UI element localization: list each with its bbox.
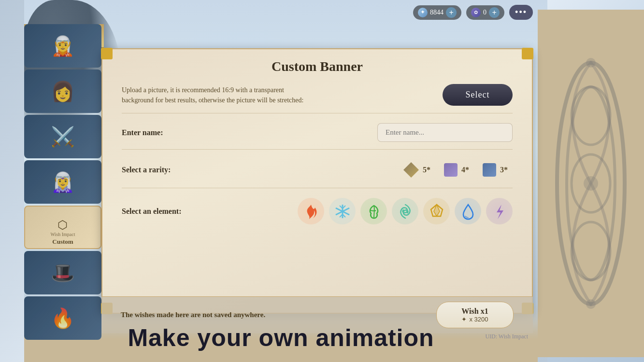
- rarity-options-group: 5* 4* 3*: [399, 159, 513, 181]
- custom-sublabel: Wish Impact: [51, 232, 75, 237]
- element-options-group: [298, 198, 513, 224]
- corner-decoration-tl: [101, 48, 113, 59]
- character-4-preview: 🧝‍♀️: [24, 160, 101, 204]
- rarity-3star-label: 3*: [500, 166, 508, 174]
- add-primogems-button[interactable]: +: [446, 7, 457, 18]
- name-input[interactable]: [377, 123, 513, 142]
- geo-icon: [428, 203, 445, 220]
- svg-point-7: [586, 299, 596, 309]
- custom-icon: ⬡: [51, 218, 75, 232]
- bottom-tagline: Make your own animation: [24, 314, 538, 362]
- rarity-option-5star[interactable]: 5*: [399, 159, 435, 181]
- element-anemo-button[interactable]: [392, 198, 418, 224]
- rarity-option-4star[interactable]: 4*: [439, 160, 474, 180]
- sidebar-item-character-1[interactable]: 🧝: [24, 24, 101, 68]
- character-sidebar: ★ 🧝 👩 ⚔️ 🧝‍♀️ ⬡ Custom Wish Impact: [24, 24, 104, 340]
- anemo-icon: [397, 203, 414, 220]
- element-section: Select an element:: [122, 198, 513, 224]
- primogem-currency-badge: ✦ 8844 +: [413, 5, 461, 20]
- custom-preview: ⬡ Custom Wish Impact: [25, 207, 100, 248]
- character-1-preview: 🧝: [24, 24, 101, 68]
- rarity-label: Select a rarity:: [122, 166, 171, 174]
- primogem-amount: 8844: [430, 9, 444, 16]
- element-geo-button[interactable]: [423, 198, 450, 224]
- select-image-button[interactable]: Select: [443, 84, 513, 106]
- dialog-title: Custom Banner: [122, 59, 513, 74]
- more-menu-button[interactable]: •••: [509, 5, 533, 20]
- intertwined-currency-badge: ✿ 0 +: [466, 5, 504, 20]
- character-1-silhouette: 🧝: [51, 35, 75, 57]
- element-cryo-button[interactable]: [329, 198, 356, 224]
- element-electro-button[interactable]: [486, 198, 513, 224]
- character-6-silhouette: 🎩: [51, 262, 75, 284]
- character-3-preview: ⚔️: [24, 115, 101, 158]
- sidebar-item-character-4[interactable]: 🧝‍♀️: [24, 160, 101, 204]
- primogem-icon: ✦: [418, 8, 428, 17]
- sidebar-item-character-6[interactable]: 🎩: [24, 251, 101, 294]
- rarity-3star-gem-icon: [483, 163, 496, 177]
- right-decoration-panel: [538, 10, 644, 357]
- svg-point-6: [586, 58, 596, 68]
- add-intertwined-button[interactable]: +: [489, 7, 500, 18]
- svg-point-4: [572, 222, 610, 280]
- element-pyro-button[interactable]: [298, 198, 324, 224]
- svg-point-2: [572, 87, 610, 145]
- corner-decoration-tr: [522, 48, 533, 59]
- rarity-5star-label: 5*: [423, 166, 430, 174]
- rarity-4star-gem-icon: [444, 163, 458, 177]
- sidebar-item-character-3[interactable]: ⚔️: [24, 115, 101, 158]
- pyro-icon: [302, 203, 320, 220]
- top-bar: ✦ 8844 + ✿ 0 + •••: [413, 5, 533, 20]
- svg-point-5: [584, 176, 598, 191]
- dendro-icon: [365, 203, 383, 220]
- character-3-silhouette: ⚔️: [51, 125, 75, 148]
- upload-description: Upload a picture, it is recommended 16:9…: [122, 85, 315, 105]
- intertwined-icon: ✿: [471, 8, 481, 17]
- custom-label: Custom: [25, 238, 100, 246]
- character-2-preview: 👩: [24, 70, 101, 113]
- rarity-4star-label: 4*: [461, 166, 469, 174]
- rarity-option-3star[interactable]: 3*: [478, 160, 513, 180]
- intertwined-amount: 0: [483, 9, 487, 16]
- celtic-knot-icon: [547, 19, 634, 348]
- sidebar-item-custom[interactable]: ⬡ Custom Wish Impact: [24, 206, 101, 249]
- element-dendro-button[interactable]: [360, 198, 387, 224]
- name-section: Enter name:: [122, 123, 513, 150]
- name-label: Enter name:: [122, 128, 163, 137]
- character-4-silhouette: 🧝‍♀️: [51, 171, 75, 194]
- character-2-silhouette: 👩: [51, 80, 75, 103]
- hydro-icon: [459, 203, 477, 220]
- upload-section: Upload a picture, it is recommended 16:9…: [122, 84, 513, 113]
- electro-icon: [491, 203, 508, 220]
- element-label: Select an element:: [122, 207, 182, 216]
- rarity-section: Select a rarity: 5* 4* 3*: [122, 159, 513, 188]
- cryo-icon: [334, 203, 351, 220]
- custom-banner-dialog: Custom Banner Upload a picture, it is re…: [101, 48, 533, 314]
- rarity-5star-gem-icon: [403, 162, 419, 178]
- character-6-preview: 🎩: [24, 251, 101, 294]
- element-hydro-button[interactable]: [455, 198, 481, 224]
- sidebar-item-character-2[interactable]: 👩: [24, 70, 101, 113]
